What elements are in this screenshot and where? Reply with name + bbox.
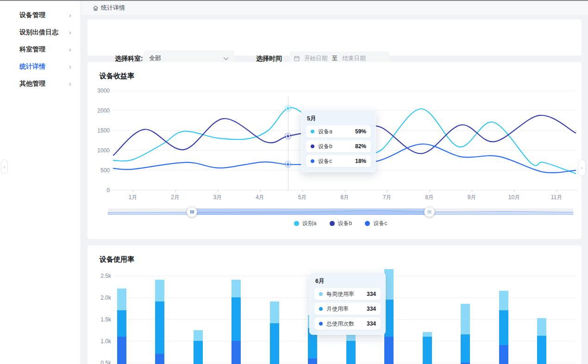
bar-segment-10月[interactable] [461,334,470,363]
bar-segment-4月[interactable] [231,280,241,297]
tooltip-series-name: 月使用率 [326,305,349,313]
series-dot-icon [311,130,314,133]
bar-segment-1月[interactable] [117,337,126,364]
datazoom-slider[interactable] [108,208,573,215]
bar-segment-3月[interactable] [194,330,203,341]
breadcrumb[interactable]: 统计详情 [93,4,125,12]
y-axis-label: 2.5k [83,273,111,279]
sidebar-item[interactable]: 设别出借日志 › [0,24,81,41]
y-axis-label: 3000 [82,88,110,94]
window-top-edge [0,0,588,1]
bar-segment-7月[interactable] [346,341,356,364]
screen: 设备管理 › 设别出借日志 › 科室管理 › 统计详情 › 其他管理 › › ‹… [0,0,588,364]
bar-segment-8月[interactable] [384,337,394,364]
department-select-value: 全部 [149,54,161,63]
hover-point-dot [286,134,290,138]
y-axis-label: 1.0k [83,338,111,345]
tooltip-series-value: 334 [367,306,376,312]
y-axis-label: 2.0k [83,295,111,301]
sidebar-expand-button[interactable]: › [1,159,8,174]
series-dot-icon [311,159,314,163]
bar-segment-8月[interactable] [384,300,394,337]
sidebar-item-label: 科室管理 [19,45,45,54]
bar-segment-7月[interactable] [346,334,356,341]
bar-segment-6月[interactable] [308,358,317,364]
bar-segment-10月[interactable] [461,304,470,334]
sidebar-item-label: 其他管理 [19,80,45,88]
bar-segment-1月[interactable] [117,289,126,310]
chevron-right-icon: › [69,29,71,36]
bar-segment-11月[interactable] [499,310,508,345]
legend-item[interactable]: 设备c [365,220,387,227]
sidebar-item[interactable]: 设备管理 › [0,6,81,24]
bar-segment-4月[interactable] [231,341,241,364]
bar-segment-12月[interactable] [537,336,546,364]
chevron-right-icon: › [69,80,71,87]
start-date-input[interactable]: 开始日期 [304,55,327,63]
sidebar-item[interactable]: 统计详情 › [0,58,81,75]
breadcrumb-label: 统计详情 [101,4,125,12]
hover-point-dot [286,107,290,110]
bar-segment-2月[interactable] [155,301,164,354]
datazoom-right-handle[interactable] [424,207,435,217]
x-axis-label: 11月 [546,194,567,201]
y-axis-label: 500 [82,167,110,174]
bar-segment-11月[interactable] [499,345,508,364]
bar-segment-9月[interactable] [423,337,432,364]
x-axis-label: 10月 [504,194,525,201]
bar-segment-5月[interactable] [270,301,279,323]
tooltip-series-value: 59% [355,128,366,135]
chart-legend: 设别a 设备b 设备c [108,220,573,227]
legend-label: 设别a [302,220,317,227]
bar-segment-3月[interactable] [194,341,203,364]
bar-segment-9月[interactable] [423,332,432,336]
legend-dot-icon [365,221,370,226]
time-filter-label: 选择时间 [256,55,282,62]
hover-point-dot [286,163,290,166]
bar-segment-2月[interactable] [155,354,164,364]
tooltip-title: 6月 [315,277,381,285]
tooltip-title: 5月 [307,115,371,123]
tooltip-series-value: 18% [355,158,366,164]
axis-pointer-line [288,97,288,190]
sidebar-item[interactable]: 科室管理 › [0,41,81,58]
end-date-input[interactable]: 结束日期 [343,55,366,63]
sidebar-item[interactable]: 其他管理 › [0,75,81,92]
x-axis-label: 4月 [250,194,270,201]
legend-dot-icon [330,221,335,226]
legend-item[interactable]: 设备b [330,220,352,227]
tooltip-row: 每周使用率 334 [314,288,381,300]
x-axis-label: 8月 [419,194,440,201]
tooltip-series-name: 每周使用率 [326,290,354,298]
x-axis-label: 5月 [292,194,313,201]
bar-segment-4月[interactable] [231,297,241,341]
legend-item[interactable]: 设别a [294,220,317,227]
tooltip-series-value: 334 [367,291,376,297]
panel-collapse-button[interactable]: ‹ [578,159,586,176]
usage-chart-title: 设备使用率 [100,255,134,264]
x-axis-label: 6月 [335,194,355,201]
x-axis-label: 3月 [207,194,228,201]
bar-segment-5月[interactable] [270,323,279,364]
y-axis-label: 0 [82,187,110,194]
x-axis-label: 2月 [165,194,186,201]
tooltip-row: 设备b 82% [306,140,371,152]
bar-segment-12月[interactable] [537,318,546,336]
tooltip-row: 月使用率 334 [314,303,381,315]
bar-segment-8月[interactable] [384,269,394,300]
datazoom-selected-range[interactable] [192,208,429,215]
bar-segment-2月[interactable] [155,280,164,301]
y-axis-label: 1000 [82,147,110,154]
series-dot-icon [319,292,323,296]
y-axis-label: 0.5k [83,360,111,364]
bar-segment-1月[interactable] [117,310,126,336]
y-axis-label: 2000 [82,107,110,114]
bar-segment-11月[interactable] [499,291,508,310]
legend-dot-icon [294,221,299,226]
legend-label: 设备c [373,220,387,227]
tooltip-series-name: 设备b [318,143,332,151]
sidebar-item-label: 设别出借日志 [19,28,58,37]
tooltip-row: 总使用次数 334 [314,318,381,330]
x-axis-label: 7月 [377,194,397,201]
line-chart-tooltip: 5月 设备a 59% 设备b 82% 设备c 18% [301,110,376,172]
